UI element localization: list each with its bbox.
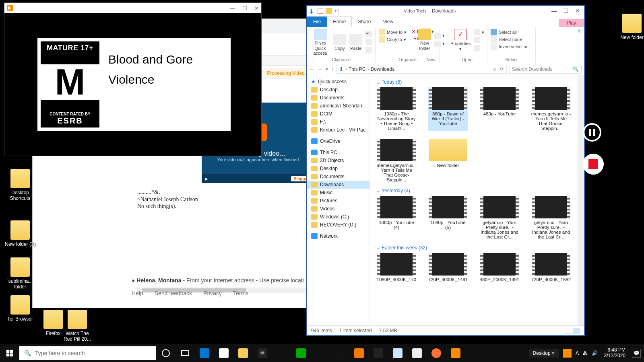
terms-link[interactable]: Terms	[233, 290, 248, 296]
close-button[interactable]: ✕	[254, 5, 259, 11]
close-button[interactable]: ✕	[575, 8, 580, 14]
sidebar-item[interactable]: RECOVERY (D:)	[307, 221, 369, 229]
file-list[interactable]: ⌄ Today (6)1080p - The Neverending Story…	[370, 75, 578, 325]
taskbar-app-vlc[interactable]	[349, 344, 369, 362]
nav-pane[interactable]: ★Quick access DesktopDocumentsamericavr-…	[307, 75, 370, 325]
toolbar-desktop[interactable]: Desktop »	[529, 349, 559, 358]
sidebar-item[interactable]: Kimber Lee - VR Pac	[307, 126, 369, 134]
paste-button[interactable]: Paste	[349, 34, 362, 51]
new-folder-button[interactable]: New folder	[418, 29, 431, 51]
file-item[interactable]: 720P_4000K_1491	[428, 253, 468, 282]
copy-button[interactable]: Copy	[333, 34, 346, 51]
taskbar-app-amazon[interactable]	[272, 344, 291, 362]
tray-volume-icon[interactable]: 🔊	[592, 350, 598, 356]
copy-path-button[interactable]	[365, 39, 372, 46]
breadcrumb[interactable]: ⬇ › This PC › Downloads v ⟳	[336, 65, 507, 74]
taskbar-app-mail[interactable]: ✉	[253, 344, 272, 362]
tab-file[interactable]: File	[307, 16, 327, 27]
taskbar-search[interactable]: 🔍 Type here to search	[19, 346, 156, 360]
desktop-icon[interactable]: Desktop Shortcuts	[4, 169, 36, 201]
refresh-icon[interactable]: ⟳	[500, 66, 504, 72]
down-arrow-icon[interactable]: ⬇	[309, 8, 315, 14]
file-item[interactable]: 1080p - YouTube (4)	[376, 196, 417, 239]
taskbar-app-generic[interactable]	[330, 344, 349, 362]
properties-button[interactable]: ✓Properties▾	[450, 29, 471, 51]
taskbar-app-firefox[interactable]	[427, 344, 446, 362]
sidebar-this-pc[interactable]: This PC	[307, 148, 369, 156]
qat-icon[interactable]	[318, 8, 323, 14]
file-item[interactable]: 1080p - YouTube (5)	[428, 196, 468, 239]
taskbar-app-wmp[interactable]	[446, 344, 465, 362]
pause-recording-button[interactable]	[583, 123, 601, 142]
select-all-button[interactable]: Select all	[491, 29, 532, 36]
maximize-button[interactable]: ☐	[242, 5, 247, 11]
sidebar-item[interactable]: F:\	[307, 118, 369, 126]
player-titlebar[interactable]: — ☐ ✕	[4, 3, 261, 13]
sidebar-network[interactable]: Network	[307, 232, 369, 240]
group-header[interactable]: ⌄ Today (6)	[376, 78, 574, 87]
invert-selection-button[interactable]: Invert selection	[491, 43, 532, 50]
taskbar-app-tripadvisor[interactable]	[291, 344, 311, 362]
file-item[interactable]: 480p - YouTube	[479, 87, 520, 131]
cortana-button[interactable]	[156, 344, 175, 362]
search-input[interactable]: Search Downloads 🔍	[509, 65, 582, 74]
maximize-button[interactable]: ☐	[564, 8, 569, 14]
folder-item[interactable]: New folder	[428, 139, 468, 182]
desktop-icon[interactable]: New folder	[616, 14, 644, 40]
desktop-icon[interactable]: Watch The Red Pill 20...	[61, 310, 93, 342]
qat-dropdown-icon[interactable]: ▾ |	[334, 8, 341, 14]
desktop-icon[interactable]: Tor Browser	[4, 295, 36, 322]
cut-button[interactable]: ✂	[365, 31, 372, 38]
tab-view[interactable]: View	[377, 16, 399, 27]
edit-button[interactable]	[474, 37, 484, 44]
sidebar-item[interactable]: Pictures	[307, 197, 369, 205]
task-view-button[interactable]	[175, 344, 195, 362]
pin-button[interactable]: Pin to Quick access	[310, 29, 330, 56]
help-link[interactable]: Help	[132, 290, 143, 296]
taskbar[interactable]: 🔍 Type here to search ✉ Desktop » ᐱ 🖧 🔊 …	[0, 344, 644, 362]
sidebar-item[interactable]: 3D Objects	[307, 156, 369, 165]
desktop-icon[interactable]: New folder (3)	[4, 220, 36, 247]
desktop-icon[interactable]: 'sublimina... folder	[4, 257, 36, 290]
sidebar-item[interactable]: Music	[307, 189, 369, 197]
stop-recording-button[interactable]	[583, 154, 604, 175]
paste-shortcut-button[interactable]	[365, 47, 372, 54]
play-icon[interactable]: ▶	[205, 177, 208, 181]
tray-overflow-icon[interactable]: ᐱ	[576, 350, 579, 356]
search-icon[interactable]: 🔍	[573, 66, 579, 72]
sidebar-quick-access[interactable]: ★Quick access	[307, 78, 369, 86]
details-view-button[interactable]	[564, 328, 571, 333]
tray-network-icon[interactable]: 🖧	[583, 350, 588, 356]
file-item[interactable]: 720P_4000K_1682	[531, 253, 571, 282]
icons-view-button[interactable]	[573, 328, 580, 333]
taskbar-app-opera[interactable]	[311, 344, 330, 362]
vertical-scrollbar[interactable]	[578, 75, 584, 325]
sidebar-item[interactable]: Videos	[307, 205, 369, 213]
taskbar-app-notepad[interactable]	[388, 344, 407, 362]
sidebar-item[interactable]: DCIM	[307, 110, 369, 118]
feedback-link[interactable]: Send feedback	[155, 290, 192, 296]
sidebar-item[interactable]: Desktop	[307, 86, 369, 94]
start-button[interactable]	[0, 344, 19, 362]
back-button[interactable]: ←	[310, 66, 314, 72]
sidebar-item[interactable]: americavr-Sheridan...	[307, 102, 369, 110]
taskbar-app-explorer[interactable]	[233, 344, 253, 362]
file-item[interactable]: memes.getyarn.io - Yarn It Tells Me That…	[531, 87, 571, 131]
group-header[interactable]: ⌄ Yesterday (4)	[376, 186, 574, 196]
sidebar-item[interactable]: Documents	[307, 94, 369, 102]
file-item[interactable]: 1080P_4000K_170	[376, 253, 417, 282]
taskbar-app-paint[interactable]	[407, 344, 427, 362]
file-item[interactable]: getyarn.io - Yarn Pretty sure. ~ Indiana…	[479, 196, 520, 239]
sidebar-item[interactable]: Windows (C:)	[307, 213, 369, 221]
history-button[interactable]	[474, 45, 484, 52]
taskbar-app-edge[interactable]	[195, 344, 214, 362]
context-tab-play[interactable]: Play	[559, 19, 584, 27]
sidebar-onedrive[interactable]: OneDrive	[307, 137, 369, 145]
group-header[interactable]: ⌄ Earlier this week (32)	[376, 243, 574, 253]
forward-button[interactable]: →	[318, 66, 322, 72]
sidebar-item[interactable]: Desktop	[307, 165, 369, 173]
ribbon-collapse-icon[interactable]: ᐱ	[574, 27, 584, 63]
privacy-link[interactable]: Privacy	[203, 290, 222, 296]
up-button[interactable]: ↑	[331, 66, 334, 72]
tab-share[interactable]: Share	[352, 16, 377, 27]
